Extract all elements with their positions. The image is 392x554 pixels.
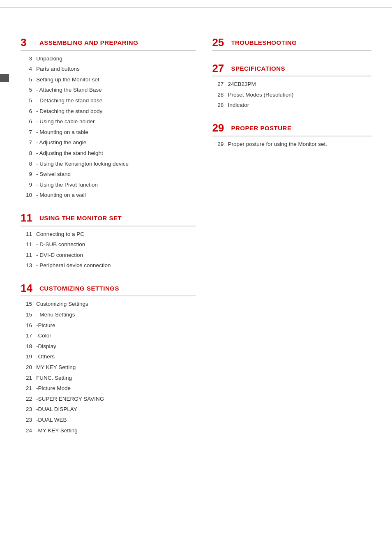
toc-item-num: 24 xyxy=(21,426,32,435)
toc-item-text: Unpacking xyxy=(36,54,62,63)
section-specifications: 27SPECIFICATIONS2724EB23PM28Preset Modes… xyxy=(212,62,371,111)
section-troubleshooting-title: TROUBLESHOOTING xyxy=(231,37,297,47)
list-item: 6 - Using the cable holder xyxy=(21,116,196,127)
toc-item-num: 28 xyxy=(212,101,224,110)
list-item: 3Unpacking xyxy=(21,53,196,64)
section-assembling-heading: 3ASSEMBLING AND PREPARING xyxy=(21,37,196,51)
left-column: 3ASSEMBLING AND PREPARING3Unpacking4Part… xyxy=(21,37,196,447)
toc-item-text: - Mounting on a wall xyxy=(36,191,86,200)
section-troubleshooting-heading: 25TROUBLESHOOTING xyxy=(212,37,371,51)
toc-item-num: 8 xyxy=(21,149,32,158)
list-item: 15Customizing Settings xyxy=(21,299,196,309)
toc-item-text: -DUAL DISPLAY xyxy=(36,405,77,414)
list-item: 20MY KEY Setting xyxy=(21,362,196,373)
toc-item-num: 23 xyxy=(21,405,32,414)
section-troubleshooting-number: 25 xyxy=(212,37,225,48)
section-posture-heading: 29PROPER POSTURE xyxy=(212,122,371,136)
toc-item-num: 5 xyxy=(21,96,32,105)
list-item: 7 - Adjusting the angle xyxy=(21,137,196,148)
section-assembling-number: 3 xyxy=(21,37,34,48)
toc-item-text: - DVI-D connection xyxy=(36,251,83,260)
list-item: 9 - Swivel stand xyxy=(21,169,196,180)
section-using-title: USING THE MONITOR SET xyxy=(39,212,122,222)
toc-item-num: 3 xyxy=(21,54,32,63)
toc-item-num: 9 xyxy=(21,170,32,179)
list-item: 21FUNC. Setting xyxy=(21,373,196,383)
toc-item-num: 11 xyxy=(21,251,32,260)
toc-item-text: - D-SUB connection xyxy=(36,240,85,249)
toc-item-num: 15 xyxy=(21,310,32,319)
list-item: 5 - Detaching the stand base xyxy=(21,95,196,106)
toc-item-text: Connecting to a PC xyxy=(36,230,84,239)
section-using-heading: 11USING THE MONITOR SET xyxy=(21,212,196,226)
section-using-list: 11Connecting to a PC11 - D-SUB connectio… xyxy=(21,229,196,271)
section-specifications-heading: 27SPECIFICATIONS xyxy=(212,62,371,77)
toc-item-num: 11 xyxy=(21,240,32,249)
toc-item-num: 4 xyxy=(21,65,32,74)
toc-item-num: 7 xyxy=(21,128,32,137)
toc-item-num: 16 xyxy=(21,321,32,330)
section-assembling: 3ASSEMBLING AND PREPARING3Unpacking4Part… xyxy=(21,37,196,201)
section-using-number: 11 xyxy=(21,212,34,224)
list-item: 29Proper posture for using the Monitor s… xyxy=(212,139,371,150)
content-area: 3ASSEMBLING AND PREPARING3Unpacking4Part… xyxy=(0,8,392,464)
toc-item-text: -Picture xyxy=(36,321,55,330)
toc-item-num: 22 xyxy=(21,395,32,404)
toc-item-num: 11 xyxy=(21,230,32,239)
toc-item-text: - Adjusting the stand height xyxy=(36,149,103,158)
list-item: 8 - Using the Kensington locking device xyxy=(21,159,196,169)
section-assembling-title: ASSEMBLING AND PREPARING xyxy=(39,37,138,47)
section-posture-title: PROPER POSTURE xyxy=(231,122,291,132)
section-customizing: 14CUSTOMIZING SETTINGS15Customizing Sett… xyxy=(21,282,196,436)
toc-item-num: 7 xyxy=(21,138,32,147)
list-item: 10 - Mounting on a wall xyxy=(21,190,196,201)
toc-item-text: - Peripheral device connection xyxy=(36,261,111,270)
page-header xyxy=(0,0,392,8)
list-item: 21 -Picture Mode xyxy=(21,383,196,394)
section-posture-list: 29Proper posture for using the Monitor s… xyxy=(212,139,371,150)
toc-item-text: - Swivel stand xyxy=(36,170,71,179)
toc-item-num: 29 xyxy=(212,140,224,149)
toc-item-num: 5 xyxy=(21,85,32,95)
toc-item-num: 21 xyxy=(21,384,32,393)
toc-item-text: Proper posture for using the Monitor set… xyxy=(228,140,327,149)
toc-item-text: 24EB23PM xyxy=(228,80,256,89)
list-item: 11 - DVI-D connection xyxy=(21,250,196,261)
list-item: 28Preset Modes (Resolution) xyxy=(212,90,371,100)
section-troubleshooting: 25TROUBLESHOOTING xyxy=(212,37,371,51)
list-item: 9 - Using the Pivot function xyxy=(21,180,196,190)
toc-item-text: - Menu Settings xyxy=(36,310,75,319)
toc-item-num: 8 xyxy=(21,159,32,169)
side-language-tab xyxy=(0,74,9,82)
list-item: 2724EB23PM xyxy=(212,79,371,90)
list-item: 28Indicator xyxy=(212,100,371,111)
list-item: 19 -Others xyxy=(21,351,196,362)
toc-item-num: 6 xyxy=(21,107,32,116)
two-column-layout: 3ASSEMBLING AND PREPARING3Unpacking4Part… xyxy=(21,37,371,447)
right-column: 25TROUBLESHOOTING27SPECIFICATIONS2724EB2… xyxy=(212,37,371,447)
toc-item-text: -Picture Mode xyxy=(36,384,71,393)
section-posture-number: 29 xyxy=(212,122,225,134)
toc-item-num: 27 xyxy=(212,80,224,89)
toc-item-text: Customizing Settings xyxy=(36,300,88,309)
toc-item-text: FUNC. Setting xyxy=(36,374,72,383)
section-using: 11USING THE MONITOR SET11Connecting to a… xyxy=(21,212,196,271)
toc-item-text: -SUPER ENERGY SAVING xyxy=(36,395,104,404)
toc-item-text: -Others xyxy=(36,352,55,361)
section-customizing-list: 15Customizing Settings15 - Menu Settings… xyxy=(21,299,196,436)
list-item: 8 - Adjusting the stand height xyxy=(21,148,196,159)
toc-item-text: - Adjusting the angle xyxy=(36,138,86,147)
list-item: 4Parts and buttons xyxy=(21,64,196,74)
toc-item-text: -DUAL WEB xyxy=(36,416,67,425)
toc-item-text: - Detaching the stand body xyxy=(36,107,102,116)
list-item: 23 -DUAL DISPLAY xyxy=(21,404,196,415)
toc-item-num: 5 xyxy=(21,75,32,84)
toc-item-text: - Using the Pivot function xyxy=(36,180,98,189)
toc-item-num: 19 xyxy=(21,352,32,361)
toc-item-num: 18 xyxy=(21,342,32,351)
list-item: 5 - Attaching the Stand Base xyxy=(21,85,196,95)
toc-item-num: 6 xyxy=(21,117,32,126)
toc-item-text: Setting up the Monitor set xyxy=(36,75,99,84)
toc-item-text: Indicator xyxy=(228,101,249,110)
section-customizing-number: 14 xyxy=(21,282,34,294)
